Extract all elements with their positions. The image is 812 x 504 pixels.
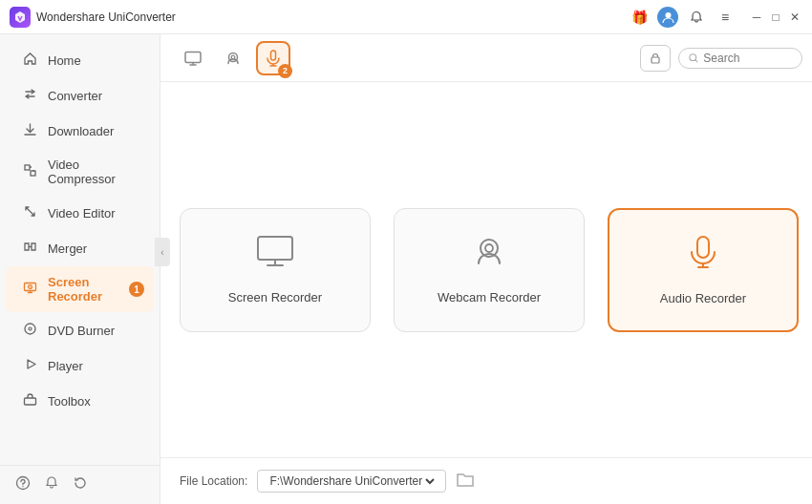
merger-icon [21,240,38,257]
video-editor-icon [21,204,38,221]
svg-rect-14 [271,51,276,60]
svg-point-10 [22,486,23,487]
user-avatar[interactable] [657,7,678,28]
sidebar: Home Converter Downloader [0,34,160,504]
sidebar-collapse-arrow[interactable]: ‹ [155,238,170,266]
sidebar-label-player: Player [48,359,83,373]
bell-icon[interactable] [686,7,707,28]
file-location-bar: File Location: F:\Wondershare UniConvert… [160,457,812,504]
tab-screen[interactable] [176,41,210,75]
sidebar-label-dvd-burner: DVD Burner [48,324,115,338]
svg-rect-20 [697,237,709,258]
sidebar-item-video-editor[interactable]: Video Editor [6,196,154,230]
svg-rect-15 [652,57,659,63]
screen-recorder-badge: 1 [129,282,144,297]
app-name: Wondershare UniConverter [36,10,176,24]
menu-icon[interactable]: ≡ [715,7,736,28]
svg-rect-8 [24,398,35,405]
screen-recorder-card[interactable]: Screen Recorder [180,208,371,332]
content-area: Screen Recorder Webcam Recorder [160,82,812,457]
toolbox-icon [21,392,38,410]
sidebar-item-merger[interactable]: Merger [6,231,154,265]
file-location-path[interactable]: F:\Wondershare UniConverter [257,470,446,493]
app-body: Home Converter Downloader [0,34,812,504]
lock-button[interactable] [640,45,671,72]
dvd-burner-icon [21,322,38,339]
recorder-cards: Screen Recorder Webcam Recorder [180,111,799,429]
title-bar: Wondershare UniConverter 🎁 ≡ ─ □ ✕ [0,0,812,34]
converter-icon [21,87,38,104]
sidebar-nav: Home Converter Downloader [0,34,160,465]
webcam-recorder-card-label: Webcam Recorder [438,290,541,304]
folder-open-icon[interactable] [456,471,475,493]
notification-icon[interactable] [44,475,59,494]
svg-point-7 [29,327,32,330]
svg-rect-1 [25,165,30,170]
refresh-icon[interactable] [73,475,88,494]
sidebar-label-toolbox: Toolbox [48,394,91,409]
sidebar-label-home: Home [48,53,81,68]
svg-point-6 [25,324,35,334]
maximize-button[interactable]: □ [768,10,783,25]
sidebar-label-video-compressor: Video Compressor [48,158,139,186]
gift-icon[interactable]: 🎁 [629,7,650,28]
sidebar-item-converter[interactable]: Converter [6,78,154,113]
tab-audio[interactable]: 2 [256,41,290,75]
sidebar-item-toolbox[interactable]: Toolbox [6,384,154,418]
sidebar-item-video-compressor[interactable]: Video Compressor [6,149,154,195]
webcam-recorder-card[interactable]: Webcam Recorder [394,208,585,332]
sidebar-label-merger: Merger [48,242,87,256]
sidebar-label-converter: Converter [48,89,102,103]
svg-point-5 [29,286,30,287]
svg-point-0 [665,12,671,18]
sidebar-item-downloader[interactable]: Downloader [6,114,154,148]
app-logo: Wondershare UniConverter [10,7,176,28]
sidebar-item-home[interactable]: Home [6,43,154,77]
svg-rect-17 [258,237,292,260]
audio-tab-badge: 2 [278,64,292,78]
sidebar-label-downloader: Downloader [48,124,114,138]
audio-recorder-card[interactable]: Audio Recorder [608,208,799,332]
file-location-label: File Location: [180,474,247,488]
player-icon [21,357,38,374]
svg-point-19 [485,244,493,252]
search-box[interactable] [678,48,802,69]
sidebar-bottom [0,465,160,504]
home-icon [21,52,38,69]
screen-recorder-card-icon [255,235,295,277]
help-icon[interactable] [15,475,31,494]
sidebar-item-dvd-burner[interactable]: DVD Burner [6,313,154,347]
webcam-recorder-card-icon [471,235,507,277]
downloader-icon [21,122,38,139]
search-icon [689,52,698,64]
tab-webcam[interactable] [216,41,250,75]
sidebar-label-video-editor: Video Editor [48,206,116,220]
main-content: 2 [160,34,812,504]
title-bar-actions: 🎁 ≡ ─ □ ✕ [629,7,802,28]
search-area [640,45,802,72]
logo-icon [10,7,31,28]
file-location-select[interactable]: F:\Wondershare UniConverter [266,473,438,489]
compressor-icon [21,163,38,180]
svg-rect-11 [185,52,201,62]
close-button[interactable]: ✕ [787,10,802,25]
sidebar-label-screen-recorder: Screen Recorder [48,275,139,304]
search-input[interactable] [703,52,792,65]
window-controls: ─ □ ✕ [749,10,802,25]
minimize-button[interactable]: ─ [749,10,764,25]
top-toolbar: 2 [160,34,812,82]
sidebar-item-player[interactable]: Player [6,348,154,383]
audio-recorder-card-icon [685,234,721,278]
screen-recorder-card-label: Screen Recorder [228,290,322,304]
screen-recorder-icon [21,281,38,298]
sidebar-item-screen-recorder[interactable]: Screen Recorder 1 [6,266,154,312]
audio-recorder-card-label: Audio Recorder [660,291,746,305]
